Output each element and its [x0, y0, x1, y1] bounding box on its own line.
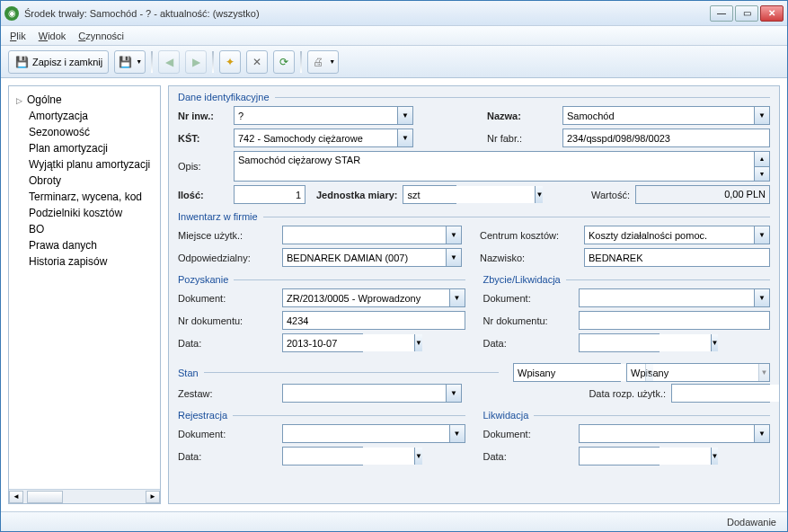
save-dropdown-button[interactable]: 💾 ▼: [114, 50, 146, 74]
poz-nrdok-input[interactable]: [282, 311, 465, 330]
chevron-down-icon[interactable]: ▼: [446, 385, 461, 402]
scroll-right-icon[interactable]: ►: [146, 491, 160, 503]
tree-item-sezonowosc[interactable]: Sezonowość: [11, 124, 158, 140]
spin-up-icon[interactable]: ▲: [755, 152, 769, 167]
nav-back-button[interactable]: ◀: [158, 50, 180, 74]
chevron-down-icon[interactable]: ▼: [397, 129, 412, 146]
chevron-down-icon[interactable]: ▼: [446, 249, 461, 266]
label-poz-data: Data:: [178, 338, 277, 349]
menu-czynnosci[interactable]: Czynności: [78, 31, 124, 41]
likw-dokument-input[interactable]: [580, 425, 755, 442]
tree-item-obroty[interactable]: Obroty: [11, 173, 158, 189]
chevron-down-icon[interactable]: ▼: [711, 448, 719, 465]
chevron-down-icon[interactable]: ▼: [711, 334, 719, 351]
kst-input[interactable]: [235, 129, 397, 146]
centrum-combo[interactable]: ▼: [584, 226, 770, 244]
tree-item-plan-amortyzacji[interactable]: Plan amortyzacji: [11, 140, 158, 156]
opis-value[interactable]: Samochód ciężarowy STAR: [235, 152, 754, 181]
rej-dokument-input[interactable]: [283, 425, 449, 442]
likw-dokument-combo[interactable]: ▼: [579, 424, 771, 443]
poz-data-picker[interactable]: ▼: [282, 333, 363, 352]
poz-data-input[interactable]: [283, 334, 414, 351]
chevron-down-icon[interactable]: ▼: [449, 289, 465, 306]
label-wartosc: Wartość:: [591, 190, 630, 200]
menu-plik[interactable]: Plik: [10, 31, 26, 41]
nav-forward-button[interactable]: ▶: [185, 50, 207, 74]
ilosc-input[interactable]: [234, 185, 305, 204]
tree-item-terminarz[interactable]: Terminarz, wycena, kod: [11, 189, 158, 205]
tree-item-historia[interactable]: Historia zapisów: [11, 253, 158, 270]
tool-button-1[interactable]: ✦: [219, 50, 241, 74]
datarozp-input[interactable]: [672, 385, 780, 402]
minimize-button[interactable]: —: [710, 5, 733, 22]
odpow-input[interactable]: [283, 249, 446, 266]
tree-item-wyjatki[interactable]: Wyjątki planu amortyzacji: [11, 156, 158, 173]
likw-data-input[interactable]: [580, 448, 711, 465]
maximize-button[interactable]: ▭: [735, 5, 758, 22]
nazwa-combo[interactable]: ▼: [562, 106, 770, 125]
nazwa-input[interactable]: [563, 107, 754, 124]
centrum-input[interactable]: [585, 226, 754, 244]
print-button[interactable]: 🖨 ▼: [307, 50, 339, 74]
main-panel: Dane identyfikacyjne Nr inw.: ▼ Nazwa: ▼: [168, 85, 780, 504]
jm-input[interactable]: [403, 186, 535, 203]
section-rej: Rejestracja Dokument: ▼ Data: ▼: [178, 410, 465, 469]
zby-dokument-combo[interactable]: ▼: [579, 288, 771, 307]
spin-down-icon[interactable]: ▼: [755, 167, 769, 182]
zby-data-input[interactable]: [580, 334, 711, 351]
legend-stan: Stan: [178, 368, 199, 378]
chevron-down-icon[interactable]: ▼: [397, 107, 412, 124]
nrfabr-input[interactable]: [562, 129, 770, 147]
close-button[interactable]: ✕: [760, 5, 784, 22]
nrinw-input[interactable]: [235, 107, 397, 124]
legend-inw: Inwentarz w firmie: [178, 211, 258, 222]
titlebar: ◉ Środek trwały: Samochód - ? - aktualno…: [1, 1, 787, 26]
chevron-down-icon[interactable]: ▼: [754, 107, 769, 124]
tree-item-podzielniki[interactable]: Podzielniki kosztów: [11, 205, 158, 221]
odpow-combo[interactable]: ▼: [282, 248, 462, 267]
likw-data-picker[interactable]: ▼: [579, 447, 660, 466]
rej-data-picker[interactable]: ▼: [282, 447, 363, 466]
chevron-down-icon[interactable]: ▼: [414, 448, 422, 465]
zby-data-picker[interactable]: ▼: [579, 333, 660, 352]
scroll-thumb[interactable]: [27, 491, 63, 503]
zby-dokument-input[interactable]: [580, 289, 755, 306]
nrinw-combo[interactable]: ▼: [234, 106, 413, 125]
zestaw-combo[interactable]: ▼: [282, 384, 462, 403]
chevron-down-icon[interactable]: ▼: [446, 226, 461, 244]
save-close-button[interactable]: 💾 Zapisz i zamknij: [8, 50, 109, 74]
opis-textarea[interactable]: Samochód ciężarowy STAR ▲ ▼: [234, 151, 770, 182]
chevron-down-icon[interactable]: ▼: [535, 186, 543, 203]
poz-dokument-combo[interactable]: ▼: [282, 288, 465, 307]
label-miejsce: Miejsce użytk.:: [178, 230, 277, 241]
nazwisko-input[interactable]: [584, 248, 770, 267]
zby-nrdok-input[interactable]: [579, 311, 771, 330]
poz-dokument-input[interactable]: [283, 289, 449, 306]
miejsce-input[interactable]: [283, 226, 446, 244]
datarozp-picker[interactable]: ▼: [671, 384, 770, 403]
horizontal-scrollbar[interactable]: ◄ ►: [9, 489, 160, 503]
menu-widok[interactable]: Widok: [39, 31, 66, 41]
statusbar: Dodawanie: [1, 511, 787, 531]
rej-dokument-combo[interactable]: ▼: [282, 424, 465, 443]
tree-item-prawa[interactable]: Prawa danych: [11, 237, 158, 253]
chevron-down-icon[interactable]: ▼: [754, 226, 769, 244]
label-jm: Jednostka miary:: [316, 190, 397, 200]
tree-item-ogolne[interactable]: Ogólne: [11, 92, 158, 108]
kst-combo[interactable]: ▼: [234, 129, 413, 147]
miejsce-combo[interactable]: ▼: [282, 226, 462, 244]
rej-data-input[interactable]: [283, 448, 414, 465]
nav-tree: Ogólne Amortyzacja Sezonowość Plan amort…: [9, 86, 160, 489]
chevron-down-icon[interactable]: ▼: [754, 289, 769, 306]
tree-item-bo[interactable]: BO: [11, 221, 158, 237]
jm-combo[interactable]: ▼: [403, 185, 456, 204]
scroll-left-icon[interactable]: ◄: [9, 491, 23, 503]
tool-button-3[interactable]: ⟳: [273, 50, 295, 74]
chevron-down-icon[interactable]: ▼: [414, 334, 422, 351]
zestaw-input[interactable]: [283, 385, 446, 402]
chevron-down-icon[interactable]: ▼: [449, 425, 465, 442]
chevron-down-icon[interactable]: ▼: [754, 425, 769, 442]
tree-item-amortyzacja[interactable]: Amortyzacja: [11, 108, 158, 124]
printer-icon: 🖨: [311, 55, 325, 69]
tool-button-2[interactable]: ✕: [246, 50, 268, 74]
